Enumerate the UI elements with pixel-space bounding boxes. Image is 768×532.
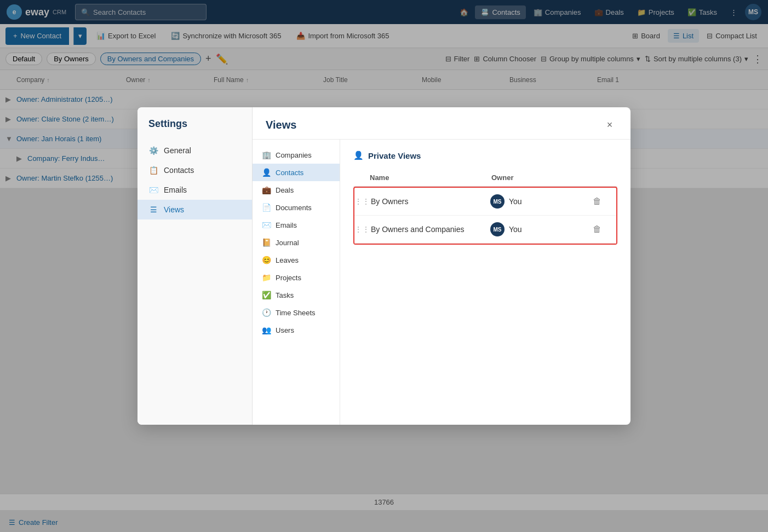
view-owner-1: MS You (490, 222, 589, 236)
journal-nav-icon: 📔 (261, 238, 271, 247)
private-views-label: Private Views (368, 151, 421, 160)
views-settings-icon: ☰ (148, 205, 158, 215)
users-nav-icon: 👥 (261, 326, 271, 334)
delete-view-0-button[interactable]: 🗑 (589, 193, 605, 210)
settings-title: Settings (137, 118, 252, 141)
settings-modal: Settings ⚙️ General 📋 Contacts ✉️ Emails… (137, 107, 631, 425)
projects-nav-icon: 📁 (261, 273, 271, 282)
owner-avatar-0: MS (490, 194, 505, 209)
modal-inner: Settings ⚙️ General 📋 Contacts ✉️ Emails… (137, 107, 631, 425)
view-owner-0: MS You (490, 194, 589, 209)
timesheets-nav-icon: 🕐 (261, 308, 271, 317)
views-nav-projects[interactable]: 📁 Projects (253, 269, 340, 286)
views-table-header: Name Owner (353, 169, 617, 187)
views-nav-companies[interactable]: 🏢 Companies (253, 146, 340, 164)
views-nav-journal[interactable]: 📔 Journal (253, 234, 340, 251)
views-nav-deals[interactable]: 💼 Deals (253, 181, 340, 199)
drag-highlight-group: ⋮⋮ By Owners MS You (353, 187, 617, 245)
settings-item-general[interactable]: ⚙️ General (137, 141, 252, 160)
drag-dots-icon-0[interactable]: ⋮⋮ (354, 197, 371, 206)
views-nav-leaves[interactable]: 😊 Leaves (253, 251, 340, 269)
views-header: Views × (253, 107, 631, 140)
views-main: 👤 Private Views Name Owner (340, 140, 631, 425)
contacts-nav-icon: 👤 (261, 168, 271, 177)
views-content: 🏢 Companies 👤 Contacts 💼 Deals 📄 (253, 140, 631, 425)
view-actions-0: 🗑 (589, 193, 616, 210)
companies-nav-icon: 🏢 (261, 151, 271, 159)
view-actions-1: 🗑 (589, 221, 616, 238)
view-name-1: By Owners and Companies (371, 225, 490, 234)
views-nav-timesheets[interactable]: 🕐 Time Sheets (253, 304, 340, 321)
views-nav-documents[interactable]: 📄 Documents (253, 199, 340, 216)
views-nav-contacts[interactable]: 👤 Contacts (253, 164, 340, 181)
settings-sidebar: Settings ⚙️ General 📋 Contacts ✉️ Emails… (137, 107, 253, 425)
settings-item-emails[interactable]: ✉️ Emails (137, 180, 252, 200)
general-icon: ⚙️ (148, 146, 158, 155)
views-table-row-0: ⋮⋮ By Owners MS You (354, 188, 616, 216)
drag-dots-icon-1[interactable]: ⋮⋮ (354, 225, 371, 234)
settings-item-views[interactable]: ☰ Views (137, 200, 252, 219)
contacts-settings-icon: 📋 (148, 165, 158, 175)
modal-close-button[interactable]: × (602, 117, 617, 132)
tasks-nav-icon: ✅ (261, 291, 271, 299)
views-nav-emails[interactable]: ✉️ Emails (253, 216, 340, 234)
views-nav-users[interactable]: 👥 Users (253, 321, 340, 339)
col-name-header: Name (370, 174, 491, 182)
owner-badge-1: MS You (490, 222, 589, 236)
views-table-row-1: ⋮⋮ By Owners and Companies MS You (354, 216, 616, 244)
private-views-header: 👤 Private Views (353, 151, 617, 160)
views-nav: 🏢 Companies 👤 Contacts 💼 Deals 📄 (253, 140, 340, 425)
emails-nav-icon: ✉️ (261, 221, 271, 229)
settings-item-contacts[interactable]: 📋 Contacts (137, 160, 252, 180)
modal-overlay: Settings ⚙️ General 📋 Contacts ✉️ Emails… (0, 0, 768, 532)
deals-nav-icon: 💼 (261, 186, 271, 194)
views-title: Views (266, 119, 296, 131)
drag-handle-0: ⋮⋮ (354, 197, 371, 206)
owner-badge-0: MS You (490, 194, 589, 209)
leaves-nav-icon: 😊 (261, 256, 271, 264)
drag-handle-1: ⋮⋮ (354, 225, 371, 234)
view-name-0: By Owners (371, 197, 490, 206)
views-nav-tasks[interactable]: ✅ Tasks (253, 286, 340, 304)
private-views-icon: 👤 (353, 151, 364, 160)
views-panel: Views × 🏢 Companies 👤 Contacts (253, 107, 631, 425)
documents-nav-icon: 📄 (261, 203, 271, 212)
owner-avatar-1: MS (490, 222, 505, 236)
emails-settings-icon: ✉️ (148, 185, 158, 195)
delete-view-1-button[interactable]: 🗑 (589, 221, 605, 238)
col-owner-header: Owner (491, 174, 590, 182)
